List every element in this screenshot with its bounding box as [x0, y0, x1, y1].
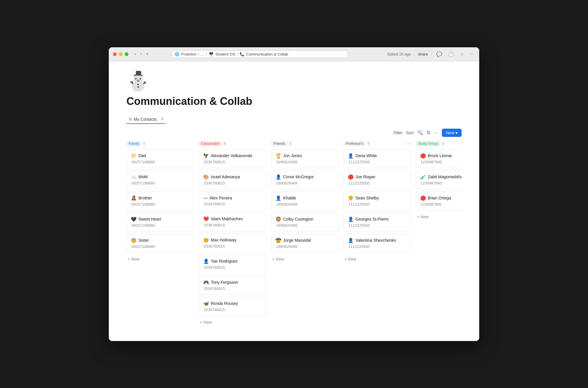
back-button[interactable]: ‹	[133, 51, 138, 57]
contact-avatar-icon: 🤠	[275, 238, 281, 243]
contact-card[interactable]: 👤Valentina Shevchenko1112225550	[343, 234, 411, 253]
add-tab-button[interactable]: +	[159, 116, 166, 122]
contact-card[interactable]: —Alex Pereira2536780815	[199, 192, 266, 210]
search-button[interactable]: 🔍	[417, 130, 423, 135]
card-name-row: 🖤Sweet Heart	[131, 216, 190, 222]
card-name-row: 🧪Zabit Magomedsharipov	[420, 174, 462, 180]
card-name-row: 👤Khabib	[275, 195, 334, 201]
new-button[interactable]: New ▾	[442, 129, 462, 137]
professors-add-btn[interactable]: +	[409, 141, 411, 146]
contact-card[interactable]: 🔴Brock Lesnar1230987892	[416, 149, 462, 168]
column-count-friends: 5	[289, 141, 291, 146]
minimize-button[interactable]	[119, 52, 123, 56]
share-button[interactable]: Share	[414, 51, 432, 58]
contact-avatar-icon: 🦋	[203, 301, 209, 306]
contact-card[interactable]: ❤️Islam Makhachev2536780815	[199, 212, 266, 231]
column-tag-classmates[interactable]: Classmates	[199, 141, 222, 146]
contact-avatar-icon: 🦁	[275, 216, 281, 222]
column-header-study-group: Study Group3	[416, 141, 462, 146]
contact-card[interactable]: 🦁Colby Covington1890826489	[271, 213, 339, 231]
column-study-group: Study Group3🔴Brock Lesnar1230987892🧪Zabi…	[416, 141, 462, 326]
contact-card[interactable]: 🔴Brian Ortega1230987892	[416, 192, 462, 210]
contact-name: Dad	[138, 153, 146, 158]
professors-more-btn[interactable]: ···	[404, 141, 407, 146]
card-name-row: 👤Dana White	[348, 153, 407, 159]
card-name-row: 🎨Israel Adesanya	[203, 174, 262, 180]
new-card-btn-professors[interactable]: + New	[343, 255, 411, 263]
contact-phone: 1890826489	[275, 160, 334, 164]
address-bar[interactable]: 🌐 Prototion / ... / 🖥️ Student OS / 📞 Co…	[171, 51, 348, 58]
contact-card[interactable]: 🦅Alexander Volkanovski2536780815	[199, 149, 266, 168]
new-card-btn-study-group[interactable]: + New	[416, 213, 462, 221]
column-tag-family[interactable]: Family	[126, 141, 141, 146]
close-button[interactable]	[113, 52, 117, 56]
new-tab-button[interactable]: +	[145, 51, 150, 57]
contact-name: Conor McGregor	[283, 174, 314, 179]
contact-name: Sweet Heart	[138, 217, 161, 221]
layout-button[interactable]: ⇅	[427, 130, 430, 135]
contact-avatar-icon: 🌕	[131, 153, 137, 159]
new-card-btn-classmates[interactable]: + New	[199, 318, 266, 326]
column-header-professors: Professor's5···+	[343, 141, 411, 146]
contact-avatar-icon: 🎨	[203, 174, 209, 180]
contact-card[interactable]: 🎮Tony Ferguson2536780815	[199, 276, 266, 295]
nav-buttons: ‹ › +	[133, 51, 150, 57]
contact-phone: 1112225550	[348, 202, 407, 206]
contact-card[interactable]: 🏆Jon Jones1890826489	[271, 149, 339, 168]
star-icon-btn[interactable]: ☆	[458, 51, 465, 58]
contact-card[interactable]: 👤Georges St-Pierre1112225550	[343, 213, 411, 231]
sort-button[interactable]: Sort	[406, 130, 414, 135]
contact-card[interactable]: 👤Dana White1112225550	[343, 149, 411, 168]
contact-card[interactable]: 😊Max Holloway2536780815	[199, 234, 266, 252]
column-tag-friends[interactable]: Friends	[271, 141, 288, 146]
contact-phone: 1890826489	[275, 202, 334, 206]
contact-card[interactable]: 🎨Israel Adesanya2536780815	[199, 170, 266, 189]
forward-button[interactable]: ›	[139, 51, 143, 57]
contact-card[interactable]: 👤Yair Rodriguez2536780815	[199, 255, 266, 273]
filter-button[interactable]: Filter	[393, 130, 402, 135]
contact-card[interactable]: 🤠Jorge Masvidal1890826489	[271, 234, 339, 253]
comment-icon-btn[interactable]: 💬	[435, 51, 444, 58]
breadcrumb-dots: ...	[201, 52, 204, 56]
contact-name: Sister	[138, 238, 149, 243]
card-name-row: 👤Yair Rodriguez	[203, 258, 262, 264]
contact-card[interactable]: 🧪Zabit Magomedsharipov1230987892	[416, 170, 462, 189]
contact-card[interactable]: 😤Sean Shelby1112225550	[343, 192, 411, 210]
contact-avatar-icon: 👤	[348, 238, 354, 243]
contact-name: Brother	[138, 196, 152, 200]
contact-avatar-icon: 👤	[203, 258, 209, 264]
contact-phone: 2536780815	[203, 244, 262, 248]
contact-phone: 2536780815	[203, 202, 262, 206]
column-friends: Friends5🏆Jon Jones1890826489👤Conor McGre…	[271, 141, 339, 326]
column-tag-professors[interactable]: Professor's	[343, 141, 366, 146]
contact-card[interactable]: 👤Khabib1890826489	[271, 192, 339, 210]
contact-card[interactable]: 🦋Ronda Rousey2536780815	[199, 297, 266, 316]
column-header-family: Family5	[126, 141, 194, 146]
card-name-row: —Alex Pereira	[203, 195, 262, 201]
contact-avatar-icon: 👤	[275, 174, 281, 180]
contact-card[interactable]: 👤Conor McGregor1890826489	[271, 170, 339, 189]
new-card-btn-friends[interactable]: + New	[271, 255, 339, 263]
column-tag-study-group[interactable]: Study Group	[416, 141, 440, 146]
contact-card[interactable]: 🧸Brother09257198889	[126, 192, 194, 210]
more-filter-btn[interactable]: ···	[434, 130, 438, 136]
contact-card[interactable]: 🧓Sister09257198889	[126, 234, 194, 253]
contact-name: Yair Rodriguez	[211, 259, 238, 263]
card-name-row: 🤠Jorge Masvidal	[275, 238, 334, 243]
clock-icon-btn[interactable]: 🕐	[447, 51, 455, 58]
new-card-btn-family[interactable]: + New	[126, 255, 194, 263]
column-count-family: 5	[143, 141, 145, 146]
contact-avatar-icon: 🔴	[420, 153, 426, 159]
card-name-row: 😤Sean Shelby	[348, 195, 407, 201]
more-options-btn[interactable]: ···	[468, 51, 475, 58]
my-contacts-tab[interactable]: ⊞ My Contacts	[126, 116, 159, 123]
fullscreen-button[interactable]	[125, 52, 128, 56]
contact-phone: 1112225550	[348, 160, 407, 164]
contact-card[interactable]: 🌕Dad09257198889	[126, 149, 194, 168]
contact-card[interactable]: 🔴Joe Rogan1112225550	[343, 170, 411, 189]
contact-card[interactable]: 🖤Sweet Heart09257198889	[126, 213, 194, 231]
breadcrumb-sep-2: /	[206, 52, 207, 56]
card-name-row: 🔴Brock Lesnar	[420, 153, 462, 159]
contact-card[interactable]: ☁️MoM09257198889	[126, 170, 194, 189]
edited-label: Edited 2h ago	[387, 52, 411, 56]
